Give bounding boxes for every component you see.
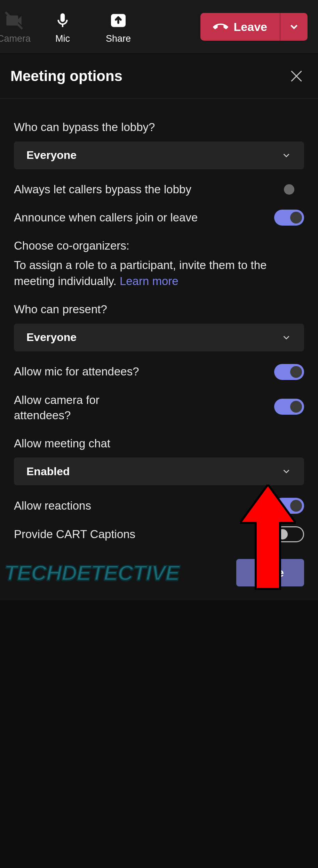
camera-label: Camera: [0, 33, 31, 44]
who-can-present-label: Who can present?: [14, 302, 304, 317]
mic-icon: [52, 10, 73, 31]
allow-chat-dropdown[interactable]: Enabled: [14, 457, 304, 485]
save-button[interactable]: Save: [236, 559, 304, 586]
leave-button[interactable]: Leave: [200, 13, 280, 41]
save-label: Save: [256, 566, 284, 579]
cart-captions-label: Provide CART Captions: [14, 527, 230, 542]
cart-captions-row: Provide CART Captions: [14, 526, 304, 542]
hangup-icon: [213, 19, 228, 34]
chevron-down-icon: [281, 332, 292, 343]
mic-button[interactable]: Mic: [35, 0, 90, 54]
leave-label: Leave: [234, 20, 267, 34]
allow-chat-value: Enabled: [26, 465, 70, 478]
share-button[interactable]: Share: [90, 0, 146, 54]
who-can-present-section: Who can present? Everyone: [14, 302, 304, 351]
camera-off-icon: [3, 10, 25, 31]
always-callers-bypass-row: Always let callers bypass the lobby: [14, 182, 304, 197]
leave-button-group: Leave: [200, 13, 308, 41]
learn-more-link[interactable]: Learn more: [120, 275, 178, 287]
watermark: TECHDETECTIVE: [4, 560, 180, 585]
allow-reactions-row: Allow reactions: [14, 498, 304, 514]
allow-camera-label: Allow camera for attendees?: [14, 392, 139, 423]
announce-callers-row: Announce when callers join or leave: [14, 210, 304, 226]
allow-camera-toggle[interactable]: [274, 399, 304, 415]
share-label: Share: [106, 33, 131, 44]
who-can-present-value: Everyone: [26, 331, 77, 344]
allow-mic-label: Allow mic for attendees?: [14, 364, 230, 380]
options-panel: Who can bypass the lobby? Everyone Alway…: [0, 99, 318, 553]
panel-footer: TECHDETECTIVE Save: [0, 553, 318, 600]
chevron-down-icon: [281, 150, 292, 161]
bypass-lobby-dropdown[interactable]: Everyone: [14, 141, 304, 169]
always-callers-bypass-label: Always let callers bypass the lobby: [14, 182, 230, 197]
bypass-lobby-section: Who can bypass the lobby? Everyone: [14, 120, 304, 169]
meeting-toolbar: Camera Mic Share Leave: [0, 0, 318, 54]
allow-camera-row: Allow camera for attendees?: [14, 392, 304, 423]
leave-more-button[interactable]: [280, 13, 308, 41]
allow-mic-toggle[interactable]: [274, 364, 304, 380]
mic-label: Mic: [55, 33, 70, 44]
who-can-present-dropdown[interactable]: Everyone: [14, 324, 304, 351]
allow-chat-section: Allow meeting chat Enabled: [14, 436, 304, 486]
co-organizers-sub: To assign a role to a participant, invit…: [14, 257, 304, 289]
allow-chat-label: Allow meeting chat: [14, 436, 304, 452]
panel-title: Meeting options: [10, 68, 122, 84]
co-organizers-section: Choose co-organizers: To assign a role t…: [14, 238, 304, 289]
chevron-down-icon: [288, 21, 300, 33]
cart-captions-toggle[interactable]: [274, 526, 304, 542]
announce-callers-label: Announce when callers join or leave: [14, 210, 230, 226]
co-organizers-heading: Choose co-organizers:: [14, 238, 304, 254]
allow-reactions-label: Allow reactions: [14, 498, 230, 514]
allow-reactions-toggle[interactable]: [274, 498, 304, 514]
camera-button[interactable]: Camera: [0, 0, 35, 54]
bypass-lobby-label: Who can bypass the lobby?: [14, 120, 304, 135]
close-button[interactable]: [289, 68, 304, 84]
close-icon: [289, 68, 304, 84]
panel-header: Meeting options: [0, 54, 318, 99]
bypass-lobby-value: Everyone: [26, 149, 77, 162]
share-icon: [108, 10, 129, 31]
announce-callers-toggle[interactable]: [274, 210, 304, 226]
allow-mic-row: Allow mic for attendees?: [14, 364, 304, 380]
chevron-down-icon: [281, 466, 292, 477]
always-callers-bypass-toggle[interactable]: [284, 184, 294, 195]
